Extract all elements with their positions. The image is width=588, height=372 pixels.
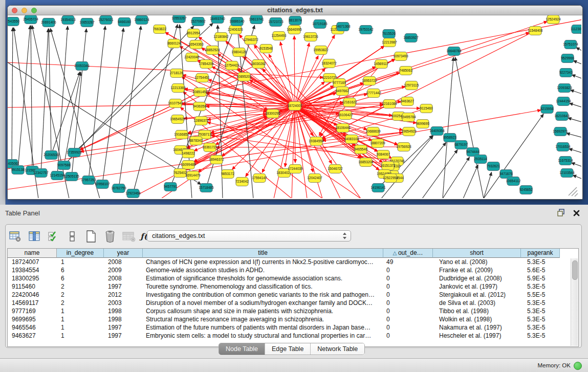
column-header-name[interactable]: name: [8, 249, 57, 258]
graph-node[interactable]: 20691406: [41, 18, 56, 27]
graph-node[interactable]: 9436358: [193, 102, 206, 111]
graph-node[interactable]: 16106427: [338, 111, 353, 120]
graph-node[interactable]: 12522954: [383, 174, 398, 183]
graph-node[interactable]: 16853927: [403, 34, 419, 42]
citation-edge-black[interactable]: [443, 157, 469, 198]
graph-node[interactable]: 19860124: [134, 16, 149, 25]
graph-node[interactable]: 19654925: [170, 115, 185, 124]
table-scrollbar-thumb[interactable]: [572, 260, 578, 280]
window-resize-grip[interactable]: [569, 187, 577, 195]
graph-node[interactable]: 9097588: [57, 161, 71, 170]
graph-node[interactable]: 12180842: [213, 33, 229, 41]
graph-node[interactable]: 18852524: [205, 46, 220, 55]
graph-node[interactable]: 19756928: [396, 143, 411, 151]
graph-node[interactable]: 9699695: [416, 120, 429, 128]
minimize-window-button[interactable]: [21, 8, 27, 13]
citation-edge-black[interactable]: [576, 48, 581, 51]
citation-edge-black[interactable]: [12, 28, 13, 164]
graph-node[interactable]: 19354013: [60, 16, 76, 25]
graph-node[interactable]: 12973115: [404, 81, 419, 90]
window-resize-grip[interactable]: [575, 193, 578, 196]
citation-edge-black[interactable]: [571, 163, 581, 167]
graph-node[interactable]: 15270602: [190, 17, 206, 26]
new-table-button[interactable]: [84, 230, 98, 243]
graph-node[interactable]: 14083104: [344, 135, 359, 144]
graph-node[interactable]: 12505135: [64, 172, 79, 181]
table-scrollbar[interactable]: [571, 258, 578, 346]
graph-node[interactable]: 9227343: [559, 69, 573, 77]
graph-node[interactable]: 1498222: [182, 149, 195, 158]
graph-node[interactable]: 10973493: [393, 52, 408, 61]
graph-node[interactable]: 14569117: [374, 60, 389, 69]
graph-node[interactable]: 16099489: [181, 161, 196, 169]
graph-node[interactable]: 16782759: [111, 184, 126, 193]
citation-edge-black[interactable]: [573, 175, 581, 179]
graph-node[interactable]: 2718126: [170, 69, 183, 78]
graph-node[interactable]: 9457791: [164, 183, 177, 191]
graph-node[interactable]: 18953722: [362, 77, 377, 85]
graph-node[interactable]: 12524924: [546, 15, 561, 24]
graph-node[interactable]: 18106446: [335, 124, 351, 133]
graph-node[interactable]: 11675314: [558, 157, 573, 165]
graph-node[interactable]: 12161622: [342, 98, 357, 107]
graph-node[interactable]: 19753142: [358, 26, 374, 34]
graph-node[interactable]: 15276021: [98, 16, 114, 25]
graph-node[interactable]: 7234042: [235, 178, 249, 186]
table-row[interactable]: 1830029562008Estimation of significance …: [8, 274, 578, 282]
tab-node-table[interactable]: Node Table: [219, 343, 265, 355]
graph-node[interactable]: 19613741: [249, 15, 264, 24]
graph-node[interactable]: 9153548: [259, 45, 273, 53]
column-visibility-button[interactable]: [28, 230, 41, 243]
citation-edge-black[interactable]: [567, 133, 581, 138]
graph-node[interactable]: 8660124: [167, 39, 181, 48]
table-row[interactable]: 946554611997Estimation of the future num…: [8, 323, 578, 332]
graph-node[interactable]: 16409354: [429, 127, 445, 136]
graph-node[interactable]: 8215958: [540, 105, 554, 114]
graph-node[interactable]: 14671368: [335, 23, 351, 31]
graph-node[interactable]: 12754422: [224, 61, 239, 70]
graph-node[interactable]: 17244039: [288, 165, 303, 173]
rows-button[interactable]: [66, 230, 79, 243]
graph-node[interactable]: 11123054: [571, 25, 581, 34]
table-row[interactable]: 2242004622012Investigating the contribut…: [8, 291, 578, 299]
citation-edge-black[interactable]: [49, 29, 51, 155]
column-header-year[interactable]: year: [104, 249, 143, 258]
graph-node[interactable]: 9465546: [354, 145, 367, 154]
graph-node[interactable]: 7932621: [487, 162, 500, 171]
graph-node[interactable]: 12042407: [307, 174, 322, 183]
table-row[interactable]: 977716911998Corpus callosum shape and si…: [8, 307, 578, 315]
citation-edge-black[interactable]: [455, 57, 484, 198]
graph-node[interactable]: 18030262: [251, 60, 266, 69]
graph-node[interactable]: 17854206: [199, 60, 214, 69]
graph-node[interactable]: 12161084: [382, 100, 397, 108]
graph-node[interactable]: 18946372: [209, 156, 224, 164]
graph-node[interactable]: 8813074: [289, 16, 302, 25]
citation-edge-black[interactable]: [569, 103, 581, 107]
graph-node[interactable]: 9115460: [420, 104, 433, 113]
citation-edge-black[interactable]: [463, 165, 478, 198]
table-row[interactable]: 1456911722003Disruption of a novel membe…: [8, 299, 578, 307]
column-header-short[interactable]: short: [433, 249, 521, 258]
graph-node[interactable]: 12103544: [559, 169, 575, 178]
graph-node[interactable]: 16646995: [287, 26, 302, 34]
delete-table-button[interactable]: [103, 230, 117, 243]
graph-node[interactable]: 15718485: [199, 184, 214, 192]
graph-node[interactable]: 12145194: [50, 171, 65, 180]
graph-node[interactable]: 14196141: [371, 184, 386, 192]
row-select-checks-button[interactable]: [47, 230, 60, 243]
graph-node[interactable]: 17016534: [555, 143, 571, 151]
graph-node[interactable]: 11254493: [272, 32, 287, 40]
graph-node[interactable]: 8912954: [187, 29, 200, 38]
column-header-out_de[interactable]: △ out_de…: [383, 249, 433, 258]
citation-edge-black[interactable]: [568, 118, 581, 122]
float-panel-icon[interactable]: [557, 209, 565, 218]
graph-node[interactable]: 10895201: [236, 73, 252, 81]
citation-edge-black[interactable]: [51, 72, 80, 155]
graph-node[interactable]: 17957253: [81, 176, 96, 185]
citation-edge-black[interactable]: [422, 150, 458, 198]
graph-node[interactable]: 10719185: [312, 20, 328, 29]
graph-node[interactable]: 10553267: [171, 15, 187, 23]
graph-node[interactable]: 12946372: [243, 36, 258, 45]
column-header-pagerank[interactable]: pagerank: [521, 249, 560, 258]
graph-node[interactable]: 16210643: [554, 112, 570, 121]
